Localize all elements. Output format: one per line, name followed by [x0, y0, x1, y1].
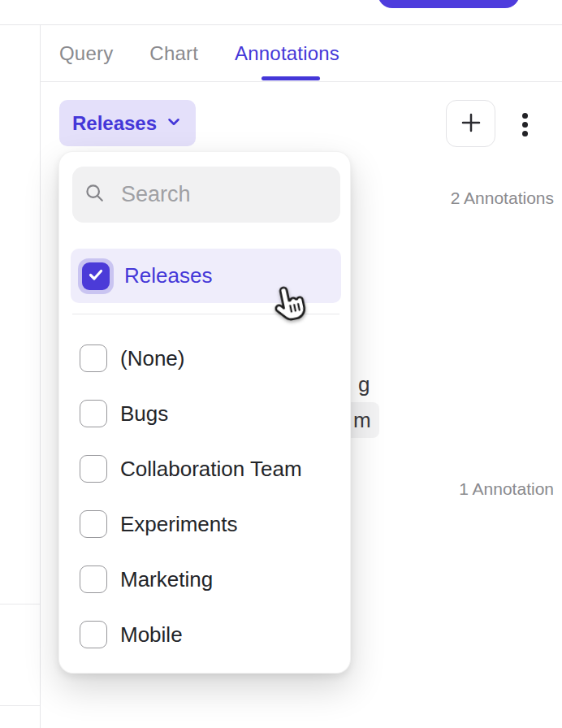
releases-filter-button[interactable]: Releases [59, 100, 196, 146]
dropdown-search [72, 167, 340, 223]
option-label: Bugs [120, 401, 168, 427]
primary-action-button[interactable] [378, 0, 520, 8]
obscured-tag-text: m [353, 408, 371, 433]
add-annotation-button[interactable] [446, 100, 495, 147]
active-tab-indicator [262, 76, 320, 80]
checkbox-unchecked[interactable] [80, 621, 107, 648]
checkbox-unchecked[interactable] [80, 566, 107, 593]
obscured-text-fragment: g [358, 372, 370, 397]
option-label: Collaboration Team [120, 457, 302, 482]
option-label: Mobile [120, 622, 183, 648]
checkbox-unchecked[interactable] [80, 400, 107, 427]
option-label: Releases [124, 263, 212, 288]
checkbox-checked[interactable] [82, 262, 110, 290]
releases-filter-label: Releases [72, 112, 157, 135]
tab-bar: Query Chart Annotations [41, 25, 562, 82]
sidebar-row-divider [0, 705, 40, 706]
checkbox-unchecked[interactable] [80, 510, 107, 538]
annotations-count-top: 2 Annotations [451, 188, 554, 208]
option-row-bugs[interactable]: Bugs [59, 386, 352, 441]
search-input[interactable] [106, 167, 409, 223]
releases-dropdown-panel: Releases (None) Bugs Collaboration Team … [58, 151, 351, 674]
checkbox-unchecked[interactable] [80, 344, 107, 372]
option-row-none[interactable]: (None) [59, 331, 352, 386]
option-row-experiments[interactable]: Experiments [59, 496, 352, 552]
option-row-mobile[interactable]: Mobile [59, 607, 352, 662]
option-row-collaboration-team[interactable]: Collaboration Team [59, 441, 352, 496]
option-label: Experiments [120, 512, 238, 537]
sidebar-border [40, 25, 41, 728]
app-screen: Query Chart Annotations Releases 2 Annot… [0, 0, 562, 728]
tab-annotations[interactable]: Annotations [235, 42, 339, 65]
option-row-releases[interactable]: Releases [71, 249, 341, 303]
kebab-icon [522, 113, 528, 119]
sidebar-row-divider [0, 604, 40, 604]
tab-chart[interactable]: Chart [149, 42, 198, 65]
search-icon [84, 182, 106, 208]
option-label: Marketing [120, 567, 213, 592]
annotations-count-bottom: 1 Annotation [459, 479, 554, 499]
more-options-button[interactable] [513, 106, 536, 142]
option-label: (None) [120, 346, 184, 371]
plus-icon [459, 110, 483, 137]
checkbox-focus-ring [78, 258, 114, 294]
kebab-icon [522, 131, 528, 136]
option-row-marketing[interactable]: Marketing [59, 552, 352, 607]
dropdown-option-list: (None) Bugs Collaboration Team Experimen… [59, 331, 352, 662]
dropdown-divider [72, 314, 339, 314]
kebab-icon [522, 122, 528, 128]
tab-query[interactable]: Query [59, 42, 113, 65]
chevron-down-icon [165, 113, 183, 133]
check-icon [86, 265, 106, 288]
checkbox-unchecked[interactable] [80, 455, 107, 483]
